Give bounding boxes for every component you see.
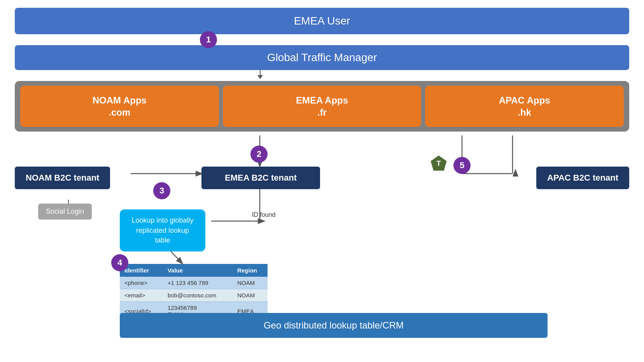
table-row: <email> bob@contoso.com NOAM bbox=[120, 289, 268, 302]
geo-bar: Geo distributed lookup table/CRM bbox=[120, 313, 548, 338]
table-header-region: Region bbox=[233, 264, 268, 277]
table-row: <phone> +1 123 456 789 NOAM bbox=[120, 277, 268, 289]
noam-apps-box: NOAM Apps .com bbox=[20, 86, 219, 127]
apac-b2c-box: APAC B2C tenant bbox=[536, 167, 629, 189]
emea-user-bar: EMEA User bbox=[15, 8, 629, 34]
lookup-bubble: Lookup into globallyreplicated lookup ta… bbox=[120, 209, 205, 251]
step-3-badge: 3 bbox=[153, 182, 170, 199]
table-header-value: Value bbox=[163, 264, 233, 277]
emea-b2c-box: EMEA B2C tenant bbox=[201, 167, 320, 189]
svg-text:T: T bbox=[437, 160, 441, 167]
lookup-table: Identifier Value Region <phone> +1 123 4… bbox=[120, 264, 268, 321]
id-found-label: ID found bbox=[252, 211, 275, 218]
step-1-badge: 1 bbox=[200, 31, 217, 48]
step-5-badge: 5 bbox=[453, 157, 471, 174]
social-login-box: Social Login bbox=[38, 204, 92, 220]
middle-section: NOAM B2C tenant EMEA B2C tenant APAC B2C… bbox=[15, 135, 629, 342]
emea-apps-box: EMEA Apps .fr bbox=[223, 86, 422, 127]
apac-apps-box: APAC Apps .hk bbox=[425, 86, 624, 127]
gtm-label: Global Traffic Manager bbox=[267, 51, 377, 63]
step-2-badge: 2 bbox=[250, 146, 268, 163]
noam-b2c-box: NOAM B2C tenant bbox=[15, 167, 110, 189]
pentagon-t-badge: T bbox=[430, 155, 447, 172]
gtm-bar: Global Traffic Manager bbox=[15, 45, 629, 70]
apps-container: NOAM Apps .com EMEA Apps .fr APAC Apps .… bbox=[15, 81, 629, 132]
emea-user-label: EMEA User bbox=[294, 15, 350, 27]
diagram: EMEA User 1 Global Traffic Manager NOAM … bbox=[0, 0, 644, 362]
